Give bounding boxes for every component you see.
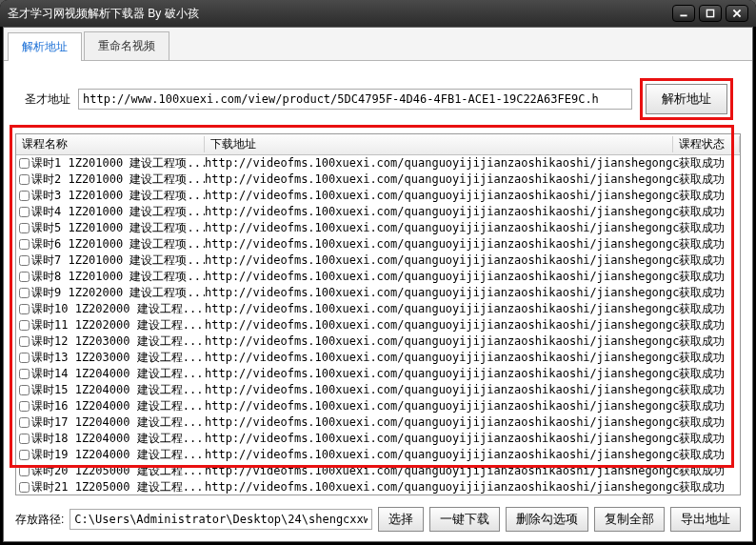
window-title: 圣才学习网视频解析下载器 By 破小孩 — [8, 6, 199, 22]
table-row[interactable]: 课时14 1Z204000 建设工程...http://videofms.100… — [16, 366, 740, 382]
maximize-button[interactable] — [699, 5, 722, 22]
row-name: 课时10 1Z202000 建设工程... — [31, 301, 205, 317]
row-checkbox[interactable] — [16, 431, 31, 447]
row-status: 获取成功 — [679, 155, 740, 172]
row-checkbox[interactable] — [16, 155, 31, 172]
row-checkbox[interactable] — [16, 172, 31, 188]
row-checkbox[interactable] — [16, 317, 31, 333]
table-row[interactable]: 课时8 1Z201000 建设工程项...http://videofms.100… — [16, 269, 740, 285]
row-checkbox[interactable] — [16, 252, 31, 269]
row-name: 课时7 1Z201000 建设工程项... — [31, 252, 205, 269]
row-url: http://videofms.100xuexi.com/quanguoyiji… — [205, 188, 679, 204]
row-name: 课时9 1Z202000 建设工程项... — [31, 285, 205, 301]
column-status[interactable]: 课程状态 — [673, 136, 740, 152]
table-row[interactable]: 课时5 1Z201000 建设工程项...http://videofms.100… — [16, 220, 740, 236]
table-row[interactable]: 课时6 1Z201000 建设工程项...http://videofms.100… — [16, 236, 740, 252]
row-status: 获取成功 — [679, 188, 740, 204]
row-checkbox[interactable] — [16, 414, 31, 431]
row-checkbox[interactable] — [16, 204, 31, 220]
table-row[interactable]: 课时2 1Z201000 建设工程项...http://videofms.100… — [16, 172, 740, 188]
row-url: http://videofms.100xuexi.com/quanguoyiji… — [205, 204, 679, 220]
row-url: http://videofms.100xuexi.com/quanguoyiji… — [205, 382, 679, 398]
row-name: 课时11 1Z202000 建设工程... — [31, 317, 205, 333]
row-checkbox[interactable] — [16, 188, 31, 204]
row-status: 获取成功 — [679, 463, 740, 479]
row-name: 课时1 1Z201000 建设工程项... — [31, 155, 205, 172]
row-name: 课时15 1Z204000 建设工程... — [31, 382, 205, 398]
table-row[interactable]: 课时18 1Z204000 建设工程...http://videofms.100… — [16, 431, 740, 447]
table-row[interactable]: 课时4 1Z201000 建设工程项...http://videofms.100… — [16, 204, 740, 220]
url-row: 圣才地址 解析地址 — [4, 61, 752, 133]
column-url[interactable]: 下载地址 — [205, 136, 673, 152]
table-row[interactable]: 课时3 1Z201000 建设工程项...http://videofms.100… — [16, 188, 740, 204]
row-url: http://videofms.100xuexi.com/quanguoyiji… — [205, 252, 679, 269]
row-status: 获取成功 — [679, 447, 740, 463]
table-row[interactable]: 课时16 1Z204000 建设工程...http://videofms.100… — [16, 398, 740, 414]
row-url: http://videofms.100xuexi.com/quanguoyiji… — [205, 414, 679, 431]
choose-button[interactable]: 选择 — [378, 507, 424, 532]
row-checkbox[interactable] — [16, 269, 31, 285]
parse-button[interactable]: 解析地址 — [646, 84, 727, 114]
table-row[interactable]: 课时10 1Z202000 建设工程...http://videofms.100… — [16, 301, 740, 317]
row-url: http://videofms.100xuexi.com/quanguoyiji… — [205, 155, 679, 172]
app-window: 圣才学习网视频解析下载器 By 破小孩 解析地址 重命名视频 圣才地址 解析地址… — [0, 0, 756, 545]
table-row[interactable]: 课时13 1Z203000 建设工程...http://videofms.100… — [16, 350, 740, 366]
row-name: 课时21 1Z205000 建设工程... — [31, 479, 205, 495]
row-url: http://videofms.100xuexi.com/quanguoyiji… — [205, 350, 679, 366]
row-checkbox[interactable] — [16, 366, 31, 382]
tab-rename[interactable]: 重命名视频 — [84, 31, 169, 60]
row-name: 课时19 1Z204000 建设工程... — [31, 447, 205, 463]
table-row[interactable]: 课时19 1Z204000 建设工程...http://videofms.100… — [16, 447, 740, 463]
table-row[interactable]: 课时15 1Z204000 建设工程...http://videofms.100… — [16, 382, 740, 398]
export-button[interactable]: 导出地址 — [670, 507, 741, 532]
delete-checked-button[interactable]: 删除勾选项 — [506, 507, 588, 532]
row-checkbox[interactable] — [16, 447, 31, 463]
row-status: 获取成功 — [679, 350, 740, 366]
table-header: 课程名称 下载地址 课程状态 — [16, 134, 740, 155]
row-status: 获取成功 — [679, 236, 740, 252]
row-name: 课时12 1Z203000 建设工程... — [31, 333, 205, 350]
row-url: http://videofms.100xuexi.com/quanguoyiji… — [205, 333, 679, 350]
row-url: http://videofms.100xuexi.com/quanguoyiji… — [205, 236, 679, 252]
row-checkbox[interactable] — [16, 333, 31, 350]
url-input[interactable] — [78, 89, 632, 110]
row-checkbox[interactable] — [16, 479, 31, 495]
copy-all-button[interactable]: 复制全部 — [594, 507, 665, 532]
row-name: 课时2 1Z201000 建设工程项... — [31, 172, 205, 188]
table-body[interactable]: 课时1 1Z201000 建设工程项...http://videofms.100… — [16, 155, 740, 495]
row-url: http://videofms.100xuexi.com/quanguoyiji… — [205, 220, 679, 236]
row-checkbox[interactable] — [16, 382, 31, 398]
row-url: http://videofms.100xuexi.com/quanguoyiji… — [205, 269, 679, 285]
save-path-input[interactable] — [70, 509, 372, 530]
column-name[interactable]: 课程名称 — [16, 136, 205, 152]
row-checkbox[interactable] — [16, 285, 31, 301]
row-url: http://videofms.100xuexi.com/quanguoyiji… — [205, 172, 679, 188]
table-row[interactable]: 课时12 1Z203000 建设工程...http://videofms.100… — [16, 333, 740, 350]
close-button[interactable] — [726, 5, 748, 22]
bottom-bar: 存放路径: 选择 一键下载 删除勾选项 复制全部 导出地址 — [4, 503, 752, 541]
table-row[interactable]: 课时20 1Z205000 建设工程...http://videofms.100… — [16, 463, 740, 479]
row-name: 课时17 1Z204000 建设工程... — [31, 414, 205, 431]
row-checkbox[interactable] — [16, 220, 31, 236]
table: 课程名称 下载地址 课程状态 课时1 1Z201000 建设工程项...http… — [15, 133, 741, 495]
titlebar[interactable]: 圣才学习网视频解析下载器 By 破小孩 — [0, 0, 756, 27]
row-checkbox[interactable] — [16, 398, 31, 414]
tab-parse[interactable]: 解析地址 — [8, 32, 82, 61]
row-checkbox[interactable] — [16, 463, 31, 479]
table-row[interactable]: 课时1 1Z201000 建设工程项...http://videofms.100… — [16, 155, 740, 172]
table-row[interactable]: 课时11 1Z202000 建设工程...http://videofms.100… — [16, 317, 740, 333]
download-button[interactable]: 一键下载 — [429, 507, 500, 532]
row-url: http://videofms.100xuexi.com/quanguoyiji… — [205, 447, 679, 463]
row-checkbox[interactable] — [16, 350, 31, 366]
row-status: 获取成功 — [679, 431, 740, 447]
row-url: http://videofms.100xuexi.com/quanguoyiji… — [205, 317, 679, 333]
row-status: 获取成功 — [679, 220, 740, 236]
table-row[interactable]: 课时17 1Z204000 建设工程...http://videofms.100… — [16, 414, 740, 431]
row-name: 课时8 1Z201000 建设工程项... — [31, 269, 205, 285]
minimize-button[interactable] — [672, 5, 695, 22]
row-checkbox[interactable] — [16, 301, 31, 317]
table-row[interactable]: 课时21 1Z205000 建设工程...http://videofms.100… — [16, 479, 740, 495]
table-row[interactable]: 课时7 1Z201000 建设工程项...http://videofms.100… — [16, 252, 740, 269]
table-row[interactable]: 课时9 1Z202000 建设工程项...http://videofms.100… — [16, 285, 740, 301]
row-checkbox[interactable] — [16, 236, 31, 252]
